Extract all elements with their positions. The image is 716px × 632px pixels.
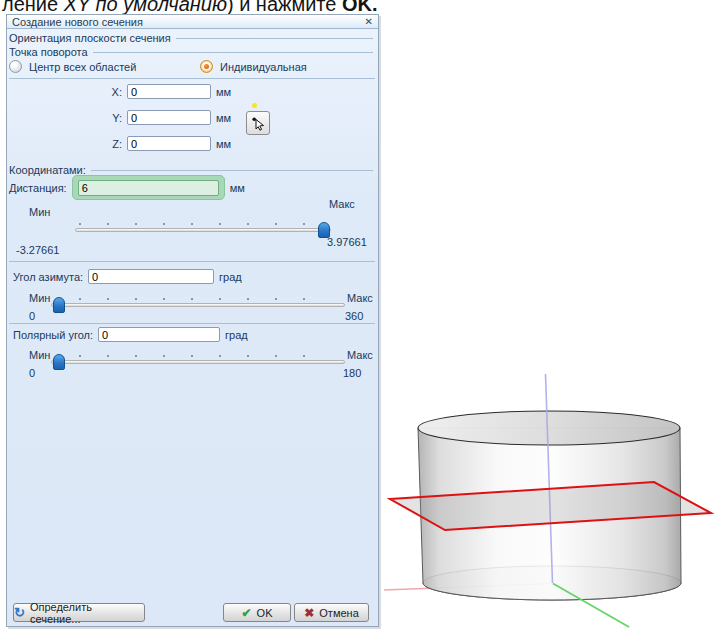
radio-icon[interactable] — [200, 60, 213, 73]
z-input[interactable] — [127, 136, 211, 151]
polar-input[interactable] — [98, 327, 220, 342]
azimuth-max-label: Макс — [347, 292, 373, 304]
polar-label: Полярный угол: — [13, 329, 93, 341]
y-row: Y: мм — [9, 109, 231, 126]
distance-unit: мм — [230, 182, 245, 194]
dialog-titlebar[interactable]: Создание нового сечения ✕ — [7, 15, 378, 29]
3d-scene — [380, 370, 716, 632]
group-line — [91, 170, 373, 171]
radio-icon[interactable] — [9, 60, 22, 73]
z-label: Z: — [9, 138, 122, 150]
ok-button[interactable]: ✔ OK — [223, 603, 291, 622]
instruction-italic: XY по умолчанию — [64, 0, 227, 15]
ok-label: OK — [257, 607, 273, 619]
polar-row: Полярный угол: град — [13, 326, 248, 343]
polar-max-label: Макс — [347, 349, 373, 361]
check-icon: ✔ — [242, 606, 252, 620]
cursor-pick-icon — [251, 116, 266, 131]
polar-min-label: Мин — [29, 349, 50, 361]
azimuth-slider-track[interactable] — [51, 303, 345, 307]
y-unit: мм — [216, 112, 231, 124]
instruction-part: ) и нажмите — [227, 0, 342, 15]
3d-viewport[interactable] — [380, 370, 716, 632]
group-orientation-label: Ориентация плоскости сечения — [9, 32, 171, 44]
group-line — [93, 52, 373, 53]
z-unit: мм — [216, 138, 231, 150]
azimuth-input[interactable] — [88, 269, 214, 284]
polar-min-value: 0 — [29, 367, 35, 379]
new-section-dialog: Создание нового сечения ✕ Ориентация пло… — [6, 14, 379, 627]
define-section-button[interactable]: ↻ Определить сечение... — [13, 603, 145, 622]
polar-max-value: 180 — [343, 367, 361, 379]
z-row: Z: мм — [9, 135, 231, 152]
azimuth-min-label: Мин — [29, 292, 50, 304]
instruction-part: ление — [2, 0, 64, 15]
x-row: X: мм — [9, 83, 231, 100]
define-section-label: Определить сечение... — [30, 601, 144, 625]
polar-slider-track[interactable] — [51, 360, 345, 364]
close-icon[interactable]: ✕ — [365, 17, 373, 27]
x-input[interactable] — [127, 84, 211, 99]
distance-max-value: 3.97661 — [327, 236, 367, 248]
azimuth-max-value: 360 — [345, 310, 363, 322]
radio-label: Индивидуальная — [220, 61, 307, 73]
distance-row: Дистанция: мм — [9, 175, 245, 200]
group-pivot: Точка поворота — [9, 45, 373, 58]
y-input[interactable] — [127, 110, 211, 125]
cylinder-top-ellipse — [418, 411, 680, 445]
azimuth-slider-handle[interactable] — [53, 297, 65, 313]
polar-unit: град — [225, 329, 248, 341]
pick-point-button[interactable] — [246, 111, 270, 135]
group-pivot-label: Точка поворота — [9, 46, 88, 58]
group-coordinates-label: Координатами: — [9, 164, 86, 176]
cancel-label: Отмена — [319, 607, 358, 619]
polar-slider-handle[interactable] — [53, 354, 65, 370]
group-line — [176, 38, 373, 39]
distance-slider-track[interactable] — [75, 228, 331, 232]
distance-label: Дистанция: — [9, 182, 67, 194]
azimuth-slider-ticks — [79, 298, 331, 300]
separator — [9, 323, 375, 324]
azimuth-row: Угол азимута: град — [13, 268, 242, 285]
dialog-title: Создание нового сечения — [12, 16, 143, 28]
azimuth-label: Угол азимута: — [13, 271, 83, 283]
cross-icon: ✖ — [304, 606, 314, 620]
instruction-ok: OK. — [342, 0, 378, 15]
distance-max-label: Макс — [329, 198, 355, 210]
distance-input[interactable] — [78, 180, 219, 196]
y-label: Y: — [9, 112, 122, 124]
cancel-button[interactable]: ✖ Отмена — [294, 603, 369, 622]
refresh-icon: ↻ — [14, 607, 25, 619]
distance-input-highlight — [72, 175, 225, 200]
radio-label: Центр всех областей — [29, 61, 136, 73]
distance-min-value: -3.27661 — [16, 244, 59, 256]
yellow-point-marker — [252, 103, 257, 108]
x-unit: мм — [216, 86, 231, 98]
azimuth-unit: град — [219, 271, 242, 283]
group-orientation: Ориентация плоскости сечения — [9, 31, 373, 44]
x-label: X: — [9, 86, 122, 98]
radio-individual[interactable]: Индивидуальная — [200, 59, 307, 74]
azimuth-min-value: 0 — [29, 310, 35, 322]
separator — [9, 78, 375, 79]
distance-slider-ticks — [79, 223, 331, 225]
radio-center-all-regions[interactable]: Центр всех областей — [9, 59, 136, 74]
separator — [9, 261, 375, 262]
distance-min-label: Мин — [29, 206, 50, 218]
polar-slider-ticks — [79, 355, 331, 357]
